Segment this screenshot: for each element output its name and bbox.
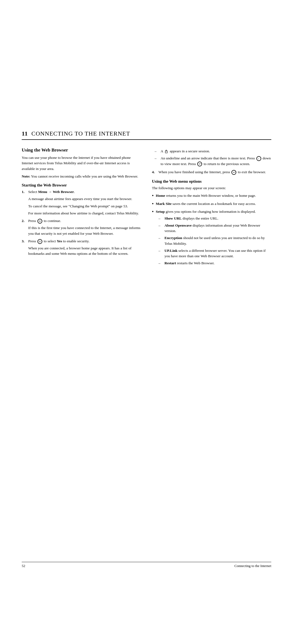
dash-7: – [158, 260, 162, 266]
main-section-title: Using the Web Browser [22, 147, 141, 153]
restart-text: Restart restarts the Web Browser. [164, 260, 271, 266]
openwave-text: About Openwave displays information abou… [164, 223, 271, 234]
dash-6: – [158, 248, 162, 259]
right-column: – A appears in a secure session. – An un… [152, 147, 271, 270]
note-body: You cannot receive incoming calls while … [30, 174, 138, 178]
footer-chapter-ref: Connecting to the Internet [234, 564, 271, 568]
sub-section-title-starting: Starting the Web Browser [22, 183, 141, 188]
setup-openwave: – About Openwave displays information ab… [158, 223, 271, 234]
step-2: 2. Press ⊙ to continue. If this is the f… [22, 218, 141, 236]
setup-showurl: – Show URL displays the entire URL. [158, 216, 271, 221]
step-1-sub-2: To cancel the message, see "Changing the… [28, 204, 141, 209]
chapter-number: 11 [22, 130, 28, 137]
step-4-list: 4. When you have finished using the Inte… [152, 169, 271, 175]
steps-list: 1. Select Menu → Web Browser. A message … [22, 189, 141, 257]
note-label: Note: [22, 174, 30, 178]
step-2-sub-1: If this is the first time you have conne… [28, 225, 141, 236]
setup-sub-list: – Show URL displays the entire URL. – Ab… [158, 216, 271, 266]
menu-items-list: • Home returns you to the main Web Brows… [152, 193, 271, 268]
dash-content-arrow: An underline and an arrow indicate that … [161, 156, 271, 167]
setup-text: Setup gives you options for changing how… [156, 210, 256, 214]
left-column: Using the Web Browser You can use your p… [22, 147, 141, 270]
marksite-text: Mark Site saves the current location as … [156, 201, 271, 207]
svg-rect-0 [165, 151, 168, 153]
dash-sym-1: – [155, 149, 158, 154]
footer-page-number: 52 [22, 564, 25, 568]
step-4-text: When you have finished using the Interne… [158, 170, 266, 174]
back-icon-2: ↩ [231, 170, 236, 175]
dash-item-lock: – A appears in a secure session. [155, 149, 271, 154]
step-3-sub-1: When you are connected, a browser home p… [28, 246, 141, 257]
step-4-content: When you have finished using the Interne… [158, 169, 271, 175]
setup-uplink: – UP.Link selects a different browser se… [158, 248, 271, 259]
lock-icon [164, 150, 168, 153]
chapter-header: 11 CONNECTING TO THE INTERNET [22, 130, 271, 140]
step-2-content: Press ⊙ to continue. If this is the firs… [28, 218, 141, 236]
home-text: Home returns you to the main Web Browser… [156, 193, 271, 199]
step-2-text: Press ⊙ to continue. [28, 219, 61, 223]
encryption-text: Encryption should not be used unless you… [164, 235, 271, 246]
menu-item-home: • Home returns you to the main Web Brows… [152, 193, 271, 199]
step-1-sub-1: A message about airtime fees appears eve… [28, 196, 141, 202]
menu-intro: The following options may appear on your… [152, 185, 271, 191]
dash-item-arrow: – An underline and an arrow indicate tha… [155, 156, 271, 167]
step-3-number: 3. [22, 239, 26, 257]
showurl-text: Show URL displays the entire URL. [164, 216, 271, 221]
intro-text: You can use your phone to browse the Int… [22, 155, 141, 172]
bullet-dot-1: • [152, 193, 154, 199]
note-paragraph: Note: You cannot receive incoming calls … [22, 174, 141, 179]
step-1-content: Select Menu → Web Browser. A message abo… [28, 189, 141, 216]
nav-icon: ↕ [256, 156, 261, 161]
uplink-text: UP.Link selects a different browser serv… [164, 248, 271, 259]
back-icon: ↩ [197, 162, 202, 166]
step-4-number: 4. [152, 169, 156, 175]
step-3: 3. Press ⊙ to select Yes to enable secur… [22, 239, 141, 257]
setup-content: Setup gives you options for changing how… [156, 209, 271, 268]
bullet-dot-3: • [152, 209, 154, 268]
step-1: 1. Select Menu → Web Browser. A message … [22, 189, 141, 216]
dash-sym-2: – [155, 156, 158, 167]
two-column-layout: Using the Web Browser You can use your p… [22, 147, 271, 270]
page: 11 CONNECTING TO THE INTERNET Using the … [0, 0, 293, 644]
step-1-number: 1. [22, 189, 26, 216]
step-4: 4. When you have finished using the Inte… [152, 169, 271, 175]
content-area: 11 CONNECTING TO THE INTERNET Using the … [0, 0, 293, 292]
bullet-dot-2: • [152, 201, 154, 207]
chapter-title: 11 CONNECTING TO THE INTERNET [22, 130, 130, 137]
step-3-content: Press ⊙ to select Yes to enable security… [28, 239, 141, 257]
chapter-name-text: CONNECTING TO THE INTERNET [31, 130, 130, 137]
menu-item-marksite: • Mark Site saves the current location a… [152, 201, 271, 207]
top-dash-list: – A appears in a secure session. – An un… [155, 149, 271, 167]
setup-encryption: – Encryption should not be used unless y… [158, 235, 271, 246]
setup-restart: – Restart restarts the Web Browser. [158, 260, 271, 266]
dash-3: – [158, 216, 162, 221]
step-1-text: Select Menu → Web Browser. [28, 190, 75, 194]
dash-5: – [158, 235, 162, 246]
menu-item-setup: • Setup gives you options for changing h… [152, 209, 271, 268]
step-2-number: 2. [22, 218, 26, 236]
step-3-text: Press ⊙ to select Yes to enable security… [28, 239, 90, 243]
menu-section-title: Using the Web menu options [152, 179, 271, 184]
ok-icon: ⊙ [37, 219, 42, 224]
dash-content-lock: A appears in a secure session. [161, 149, 271, 154]
dash-4: – [158, 223, 162, 234]
ok-icon-2: ⊙ [37, 239, 42, 244]
step-1-sub-3: For more information about how airtime i… [28, 211, 141, 216]
footer: 52 Connecting to the Internet [22, 562, 271, 568]
